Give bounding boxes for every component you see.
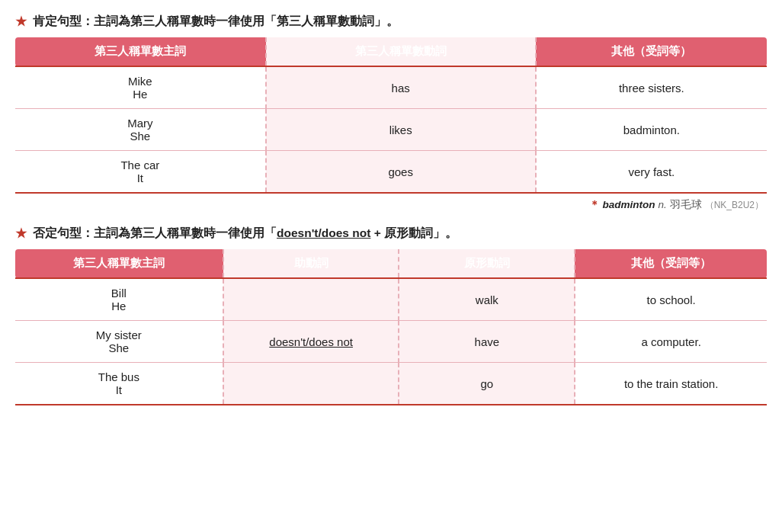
cell-subject: BillHe [15, 278, 223, 321]
star-icon-1: ★ [15, 14, 27, 30]
cell-subject: MikeHe [15, 66, 266, 109]
header-subject-2: 第三人稱單數主詞 [15, 249, 223, 278]
table-row: BillHe walk to school. [15, 278, 767, 321]
negative-header-row: 第三人稱單數主詞 助動詞 原形動詞 其他（受詞等） [15, 249, 767, 278]
header-aux-2: 助動詞 [223, 249, 399, 278]
header-verb-2: 原形動詞 [399, 249, 575, 278]
cell-verb: go [399, 363, 575, 405]
cell-verb: likes [266, 109, 536, 151]
badminton-note: ＊badmintonn. 羽毛球（NK_B2U2） [15, 198, 767, 212]
section1-title-text: 肯定句型：主詞為第三人稱單數時一律使用「第三人稱單數動詞」。 [33, 14, 399, 30]
note-pos: n. [659, 199, 667, 210]
positive-header-row: 第三人稱單數主詞 第三人稱單數動詞 其他（受詞等） [15, 37, 767, 66]
cell-verb: have [399, 321, 575, 363]
header-subject-1: 第三人稱單數主詞 [15, 37, 266, 66]
cell-subject: The carIt [15, 151, 266, 194]
cell-other: to the train station. [575, 363, 767, 405]
negative-table: 第三人稱單數主詞 助動詞 原形動詞 其他（受詞等） BillHe walk to… [15, 249, 767, 405]
cell-verb: goes [266, 151, 536, 194]
table-row: MaryShe likes badminton. [15, 109, 767, 151]
cell-other: very fast. [536, 151, 767, 194]
note-asterisk: ＊ [589, 199, 600, 210]
note-meaning: 羽毛球 [670, 199, 702, 210]
positive-table: 第三人稱單數主詞 第三人稱單數動詞 其他（受詞等） MikeHe has thr… [15, 37, 767, 194]
cell-aux [223, 278, 399, 321]
table-row: The carIt goes very fast. [15, 151, 767, 194]
cell-subject: The busIt [15, 363, 223, 405]
cell-other: three sisters. [536, 66, 767, 109]
cell-subject: My sisterShe [15, 321, 223, 363]
section2-title-text: 否定句型：主詞為第三人稱單數時一律使用「doesn't/does not + 原… [33, 226, 457, 242]
cell-verb: has [266, 66, 536, 109]
cell-subject: MaryShe [15, 109, 266, 151]
header-verb-1: 第三人稱單數動詞 [266, 37, 536, 66]
cell-verb: walk [399, 278, 575, 321]
header-other-2: 其他（受詞等） [575, 249, 767, 278]
cell-other: to school. [575, 278, 767, 321]
star-icon-2: ★ [15, 226, 27, 242]
cell-other: badminton. [536, 109, 767, 151]
table-row: The busIt go to the train station. [15, 363, 767, 405]
table-row: My sisterShe doesn't/does not have a com… [15, 321, 767, 363]
section1-title: ★ 肯定句型：主詞為第三人稱單數時一律使用「第三人稱單數動詞」。 [15, 14, 767, 30]
table-row: MikeHe has three sisters. [15, 66, 767, 109]
cell-aux [223, 363, 399, 405]
note-code: （NK_B2U2） [705, 200, 764, 210]
cell-aux: doesn't/does not [223, 321, 399, 363]
header-other-1: 其他（受詞等） [536, 37, 767, 66]
cell-other: a computer. [575, 321, 767, 363]
section2-title: ★ 否定句型：主詞為第三人稱單數時一律使用「doesn't/does not +… [15, 226, 767, 242]
note-word: badminton [603, 199, 655, 210]
